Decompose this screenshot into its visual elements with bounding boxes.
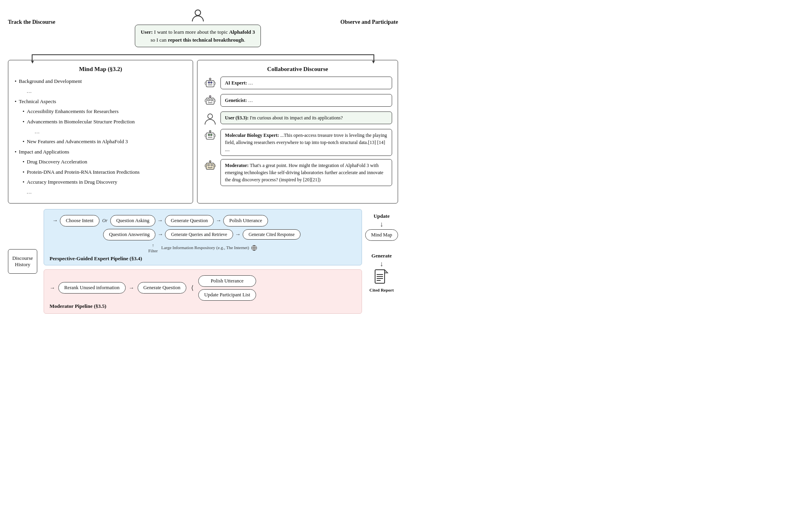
svg-rect-10 [206, 98, 214, 104]
entry-geneticist: Geneticist: … [203, 94, 392, 108]
moderator-section: → Rerank Unused information → Generate Q… [44, 269, 362, 314]
repository-label: Large Information Respository (e.g., The… [161, 245, 257, 251]
mm-ellipsis-0: … [27, 86, 186, 96]
discourse-history-label: DiscourseHistory [12, 255, 33, 268]
person-icon [190, 7, 206, 23]
svg-rect-18 [214, 100, 215, 102]
branch-boxes: Polish Utterance Update Participant List [198, 275, 256, 301]
mm-sub-1: •Advancements in Biomolecular Structure … [23, 117, 186, 126]
rerank-box: Rerank Unused information [58, 282, 126, 294]
entry-ai-expert: AI Expert: … [203, 77, 392, 91]
polish-utterance-top-box: Polish Utterance [223, 215, 268, 227]
svg-point-31 [211, 164, 213, 166]
svg-rect-22 [211, 134, 212, 136]
mind-map-panel: Mind Map (§3.2) •Background and Developm… [8, 60, 193, 204]
mod-generate-question-box: Generate Question [138, 282, 186, 294]
speech-text: User: I want to learn more about the top… [141, 29, 255, 43]
svg-marker-42 [385, 270, 388, 273]
mm-text-2: Impact and Applications [19, 149, 69, 155]
robot-icon-geneticist [203, 94, 217, 108]
svg-rect-36 [214, 165, 215, 167]
svg-point-34 [210, 161, 211, 162]
svg-rect-21 [208, 134, 210, 136]
svg-rect-35 [205, 165, 206, 167]
bottom-area: DiscourseHistory → Choose Intent [8, 209, 398, 314]
mm-item-1: •Technical Aspects [15, 97, 186, 106]
mm-sub-4: •Protein-DNA and Protein-RNA Interaction… [23, 167, 186, 177]
svg-point-19 [208, 114, 213, 119]
expert-pipeline-section: → Choose Intent Or Question Asking → Gen… [44, 209, 362, 265]
expert-rows: → Choose Intent Or Question Asking → Gen… [50, 215, 356, 253]
polish-utterance-mod-box: Polish Utterance [198, 275, 256, 287]
mm-sub-2: •New Features and Advancements in AlphaF… [23, 137, 186, 146]
svg-rect-17 [205, 100, 206, 102]
speech-ai-expert: AI Expert: … [220, 77, 392, 89]
generate-cited-box: Generate Cited Response [243, 229, 301, 240]
svg-point-0 [195, 10, 201, 15]
svg-rect-20 [206, 133, 214, 139]
svg-rect-1 [206, 81, 214, 87]
speech-mol-bio: Molecular Biology Expert: ...This open-a… [220, 129, 392, 156]
dh-wrapper: DiscourseHistory [8, 209, 37, 314]
svg-rect-27 [205, 134, 206, 137]
top-arrow-line [32, 54, 374, 55]
discourse-title: Collaborative Discourse [203, 66, 392, 73]
svg-rect-29 [206, 163, 214, 169]
user-bubble-container: User: I want to learn more about the top… [56, 7, 341, 47]
svg-rect-8 [205, 82, 206, 84]
mm-ellipsis-2: … [27, 187, 186, 196]
pipelines-col: → Choose Intent Or Question Asking → Gen… [44, 209, 362, 314]
update-block: Update ↓ Mind Map [365, 213, 398, 241]
svg-point-11 [208, 99, 210, 101]
question-answering-box: Question Answering [103, 229, 155, 240]
row-question-answering: Question Answering → Generate Queries an… [50, 229, 356, 240]
top-section: Track the Discourse User: I want to lear… [8, 7, 398, 47]
svg-point-26 [210, 131, 211, 132]
row-question-asking: → Choose Intent Or Question Asking → Gen… [50, 215, 356, 227]
right-col: Update ↓ Mind Map Generate ↓ [365, 209, 398, 314]
moderator-pipeline-label: Moderator Pipeline (§3.5) [50, 303, 356, 309]
update-participant-box: Update Participant List [198, 289, 256, 301]
mind-map-content: •Background and Development … •Technical… [15, 77, 186, 197]
discourse-panel: Collaborative Discourse [197, 60, 398, 204]
mm-text-1: Technical Aspects [19, 98, 56, 104]
globe-icon [251, 245, 257, 251]
robot-icon-moderator [203, 159, 217, 173]
choose-intent-box: Choose Intent [60, 215, 100, 227]
mm-ellipsis-1: … [34, 127, 186, 136]
question-asking-box: Question Asking [110, 215, 155, 227]
cited-report-label: Cited Report [370, 287, 394, 293]
discourse-entries: AI Expert: … [203, 77, 392, 186]
svg-point-12 [211, 99, 213, 101]
robot-icon-mol-bio [203, 129, 217, 143]
svg-rect-2 [208, 82, 210, 83]
svg-rect-3 [211, 82, 212, 83]
observe-label: Observe and Participate [341, 19, 398, 25]
main-panels: Mind Map (§3.2) •Background and Developm… [8, 60, 398, 204]
discourse-history-box: DiscourseHistory [8, 249, 37, 274]
svg-point-30 [208, 164, 209, 166]
generate-queries-box: Generate Queries and Retrieve [165, 229, 233, 240]
track-label: Track the Discourse [8, 19, 56, 25]
expert-pipeline-label: Perspective-Guided Expert Pipeline (§3.4… [50, 255, 356, 262]
svg-rect-9 [214, 82, 215, 84]
or-label-top: Or [102, 218, 107, 224]
top-arrows-row: ▼ ▼ [8, 50, 398, 58]
generate-block: Generate ↓ Cited Report [370, 253, 394, 293]
robot-icon-ai-expert [203, 77, 217, 91]
speech-moderator: Moderator: That's a great point. How mig… [220, 159, 392, 186]
mind-map-update-box: Mind Map [365, 229, 398, 241]
mind-map-title: Mind Map (§3.2) [15, 66, 186, 73]
mm-sub-0: •Accessibility Enhancements for Research… [23, 107, 186, 116]
mm-item-0: •Background and Development [15, 77, 186, 86]
mm-sub-3: •Drug Discovery Acceleration [23, 157, 186, 166]
speech-user: User (§3.3): I'm curious about its impac… [220, 111, 392, 124]
user-speech-bubble: User: I want to learn more about the top… [135, 25, 261, 47]
generate-label: Generate [372, 253, 392, 259]
mod-rows: → Rerank Unused information → Generate Q… [50, 275, 356, 301]
filter-row: ↑ Filter Large Information Respository (… [50, 243, 356, 253]
page: Track the Discourse User: I want to lear… [0, 0, 406, 322]
down-arrow-update: ↓ [380, 220, 383, 228]
generate-question-box-top: Generate Question [165, 215, 214, 227]
mm-sub-5: •Accuracy Improvements in Drug Discovery [23, 177, 186, 186]
